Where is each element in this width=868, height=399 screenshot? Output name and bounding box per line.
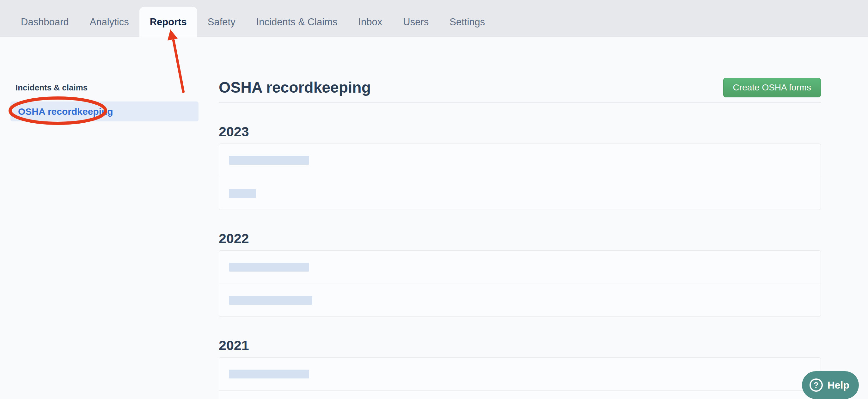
nav-item-safety[interactable]: Safety	[197, 7, 246, 37]
sidebar-item-osha-recordkeeping[interactable]: OSHA recordkeeping	[10, 101, 198, 121]
redacted-text-placeholder	[229, 156, 309, 165]
report-row[interactable]	[219, 358, 820, 391]
sidebar: Incidents & claims OSHA recordkeeping	[0, 37, 209, 121]
nav-item-reports[interactable]: Reports	[140, 7, 197, 37]
report-row[interactable]	[219, 251, 820, 284]
year-section-2023: 2023	[219, 125, 821, 210]
top-nav-bar: Dashboard Analytics Reports Safety Incid…	[0, 0, 868, 37]
nav-item-dashboard[interactable]: Dashboard	[10, 7, 79, 37]
year-section-2021: 2021	[219, 338, 821, 399]
report-row[interactable]	[219, 144, 820, 177]
report-row[interactable]	[219, 284, 820, 316]
year-card	[219, 144, 821, 210]
help-button[interactable]: ? Help	[802, 371, 859, 399]
nav-item-inbox[interactable]: Inbox	[348, 7, 393, 37]
year-section-2022: 2022	[219, 232, 821, 317]
redacted-text-placeholder	[229, 189, 256, 198]
report-row[interactable]	[219, 177, 820, 210]
create-osha-forms-button[interactable]: Create OSHA forms	[723, 78, 821, 97]
page: Dashboard Analytics Reports Safety Incid…	[0, 0, 868, 399]
report-row[interactable]	[219, 391, 820, 399]
question-mark-icon: ?	[809, 378, 823, 392]
nav-item-users[interactable]: Users	[393, 7, 439, 37]
sidebar-item-label: OSHA recordkeeping	[18, 106, 113, 117]
year-heading: 2022	[219, 232, 821, 245]
help-button-label: Help	[828, 379, 849, 391]
year-card	[219, 357, 821, 399]
redacted-text-placeholder	[229, 296, 312, 305]
page-title: OSHA recordkeeping	[219, 79, 371, 96]
year-heading: 2023	[219, 125, 821, 139]
redacted-text-placeholder	[229, 370, 309, 378]
main-content: OSHA recordkeeping Create OSHA forms 202…	[219, 37, 821, 399]
sidebar-section-label: Incidents & claims	[16, 83, 209, 93]
year-card	[219, 250, 821, 317]
nav-item-settings[interactable]: Settings	[439, 7, 495, 37]
year-heading: 2021	[219, 338, 821, 352]
nav-item-incidents-claims[interactable]: Incidents & Claims	[246, 7, 348, 37]
redacted-text-placeholder	[229, 263, 309, 272]
title-divider	[219, 102, 821, 103]
nav-item-analytics[interactable]: Analytics	[79, 7, 140, 37]
main-header: OSHA recordkeeping Create OSHA forms	[219, 78, 821, 97]
